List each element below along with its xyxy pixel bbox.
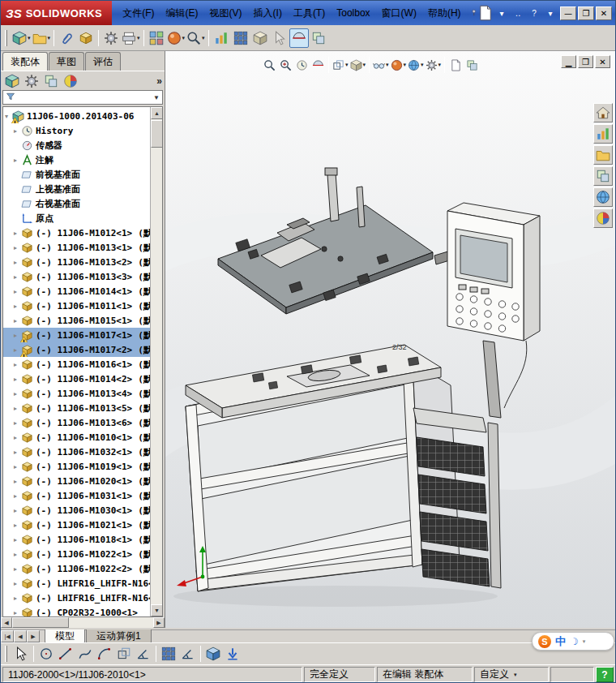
search-updates-icon[interactable] <box>593 166 613 186</box>
expand-arrow-icon[interactable]: ▸ <box>14 580 21 587</box>
tree-item[interactable]: ▸(-) 11J06-M1013<6>(默认 <box>3 415 150 430</box>
expand-arrow-icon[interactable]: ▸ <box>14 551 21 558</box>
forum-icon[interactable] <box>593 124 613 144</box>
annotation-views-icon[interactable] <box>447 56 464 74</box>
tree-horizontal-scrollbar[interactable]: ◀ ▶ <box>1 617 165 628</box>
zoom-area-icon[interactable] <box>277 56 293 74</box>
apply-scene-icon[interactable]: ▾ <box>407 56 425 74</box>
resources-icon[interactable] <box>593 208 613 228</box>
menu-item[interactable]: 插入(I) <box>248 3 288 24</box>
menu-item[interactable]: 窗口(W) <box>376 3 422 24</box>
trim-entities-icon[interactable] <box>134 644 153 664</box>
view-orientation-icon[interactable]: ▾ <box>332 56 349 74</box>
tree-item[interactable]: 前视基准面 <box>3 167 150 182</box>
view-settings-icon[interactable]: ▾ <box>425 56 443 74</box>
panel-tab[interactable]: 装配体 <box>2 52 48 71</box>
tab-scroll-right-icon[interactable]: ▶ <box>27 630 40 642</box>
menu-item[interactable]: 工具(T) <box>288 3 331 24</box>
expand-arrow-icon[interactable]: ▸ <box>14 244 21 251</box>
tree-item[interactable]: ▸(-) 11J06-M1016<1>(默认 <box>3 357 150 372</box>
file-explorer-icon[interactable] <box>593 145 613 165</box>
configuration-manager-icon[interactable] <box>42 73 60 89</box>
tree-item[interactable]: ▸注解 <box>3 152 150 167</box>
tree-item[interactable]: ▸(-) 11J06-M1031<1>(默认 <box>3 488 150 503</box>
tree-item[interactable]: ▸(-) LHIFR16_LHIFR-N16<1> <box>3 576 150 591</box>
insert-component-icon[interactable] <box>76 28 96 48</box>
isolate-icon[interactable] <box>289 28 309 48</box>
edit-appearance-sphere-icon[interactable]: ▾ <box>390 56 408 74</box>
help-icon[interactable]: ? <box>526 6 542 20</box>
tree-item[interactable]: ▸(-) 11J06-M1022<2>(默认 <box>3 561 150 576</box>
menu-item[interactable]: 视图(V) <box>204 3 248 24</box>
scrollbar-thumb[interactable] <box>12 617 69 628</box>
more-tabs-chevron-icon[interactable]: » <box>156 75 162 87</box>
bom-icon[interactable] <box>231 28 250 48</box>
expand-arrow-icon[interactable]: ▸ <box>14 230 21 237</box>
graphics-area[interactable]: 2/32 ▾▾▾▾▾▾ ▁ ❐ ✕ <box>165 51 615 628</box>
ime-menu-icon[interactable]: ▾ <box>583 638 586 645</box>
select-icon[interactable] <box>11 644 31 664</box>
scroll-down-icon[interactable]: ▼ <box>151 604 163 616</box>
cad-model[interactable]: 2/32 <box>165 51 615 628</box>
expand-arrow-icon[interactable]: ▸ <box>14 405 21 412</box>
expand-arrow-icon[interactable]: ▸ <box>14 259 21 266</box>
minimize-button[interactable]: — <box>560 6 576 20</box>
tree-item[interactable]: ▸(-) 11J06-M1017<1>(默 <box>3 328 150 342</box>
smart-fasteners-icon[interactable] <box>101 28 121 48</box>
tab-scroll-first-icon[interactable]: |◀ <box>1 630 14 642</box>
expand-arrow-icon[interactable]: ▸ <box>14 317 21 324</box>
tree-item[interactable]: ▸(-) 11J06-M1011<1>(默认 <box>3 299 150 313</box>
expand-arrow-icon[interactable]: ▸ <box>14 522 21 529</box>
filter-dropdown-icon[interactable]: ▼ <box>153 94 160 101</box>
tree-item[interactable]: ▸(-) 11J06-M1014<1>(默认 <box>3 284 150 299</box>
ime-language-toggle[interactable]: 中 <box>555 634 566 649</box>
expand-arrow-icon[interactable]: ▸ <box>14 273 21 281</box>
expand-arrow-icon[interactable]: ▸ <box>14 609 21 616</box>
circle-tool-icon[interactable] <box>36 644 56 664</box>
tree-item[interactable]: ▸(-) 11J06-M1022<1>(默认 <box>3 547 150 561</box>
smart-dimension-icon[interactable] <box>178 644 198 664</box>
pin-icon[interactable] <box>470 6 477 20</box>
edit-appearance-icon[interactable]: ▾ <box>166 28 186 48</box>
expand-arrow-icon[interactable]: ▸ <box>14 390 21 397</box>
menu-item[interactable]: 帮助(H) <box>422 3 467 24</box>
tree-item[interactable]: 传感器 <box>3 138 150 152</box>
linear-pattern-icon[interactable] <box>159 644 178 664</box>
tree-item[interactable]: ▸(-) LHIFR16_LHIFR-N16<2> <box>3 591 150 605</box>
arc-tool-icon[interactable] <box>95 644 114 664</box>
scrollbar-track[interactable] <box>69 617 153 628</box>
expand-arrow-icon[interactable]: ▸ <box>14 303 21 310</box>
move-component-icon[interactable] <box>270 28 289 48</box>
scroll-up-icon[interactable]: ▲ <box>151 107 163 119</box>
panel-tab[interactable]: 评估 <box>85 52 121 71</box>
tree-item[interactable]: 原点 <box>3 211 150 226</box>
expand-arrow-icon[interactable]: ▸ <box>14 157 21 164</box>
rebuild-icon[interactable] <box>223 644 242 664</box>
chevron-down-icon[interactable]: ▾ <box>494 6 510 20</box>
expand-arrow-icon[interactable]: ▸ <box>14 595 21 602</box>
help-badge[interactable]: ? <box>596 667 614 682</box>
tree-item[interactable]: ▸(-) 11J06-M1013<4>(默认 <box>3 386 150 401</box>
scroll-left-icon[interactable]: ◀ <box>1 617 12 628</box>
tree-item[interactable]: ▸(-) 11J06-M1015<1>(默认 <box>3 313 150 328</box>
display-style-icon[interactable]: ▾ <box>349 56 367 74</box>
tree-item[interactable]: ▸(-) CP02R32-1000<1> <box>3 605 150 616</box>
tree-item[interactable]: ▸History <box>3 123 150 138</box>
tree-item[interactable]: ▸(-) 11J06-M1013<1>(默认 <box>3 240 150 255</box>
expand-arrow-icon[interactable]: ▸ <box>14 565 21 573</box>
print-icon[interactable]: ▾ <box>121 28 141 48</box>
doc-minimize-button[interactable]: ▁ <box>561 55 576 68</box>
hide-show-items-icon[interactable]: ▾ <box>372 56 390 74</box>
interference-detection-icon[interactable]: ▾ <box>186 28 206 48</box>
custom-dropdown[interactable]: 自定义 ▾ <box>474 667 549 682</box>
tree-item[interactable]: ▸(-) 11J06-M1021<1>(默认 <box>3 518 150 532</box>
doc-views-icon[interactable] <box>464 56 480 74</box>
expand-arrow-icon[interactable]: ▸ <box>14 361 21 368</box>
design-tree-icon[interactable] <box>3 73 21 89</box>
expand-arrow-icon[interactable]: ▸ <box>14 376 21 383</box>
tree-item[interactable]: ▸(-) 11J06-M1014<2>(默认 <box>3 372 150 386</box>
dimxpert-icon[interactable] <box>62 73 79 89</box>
component-pattern-icon[interactable] <box>147 28 166 48</box>
tree-item[interactable]: ▸(-) 11J06-M1030<1>(默认 <box>3 503 150 518</box>
toolbar-grip[interactable] <box>5 646 7 662</box>
